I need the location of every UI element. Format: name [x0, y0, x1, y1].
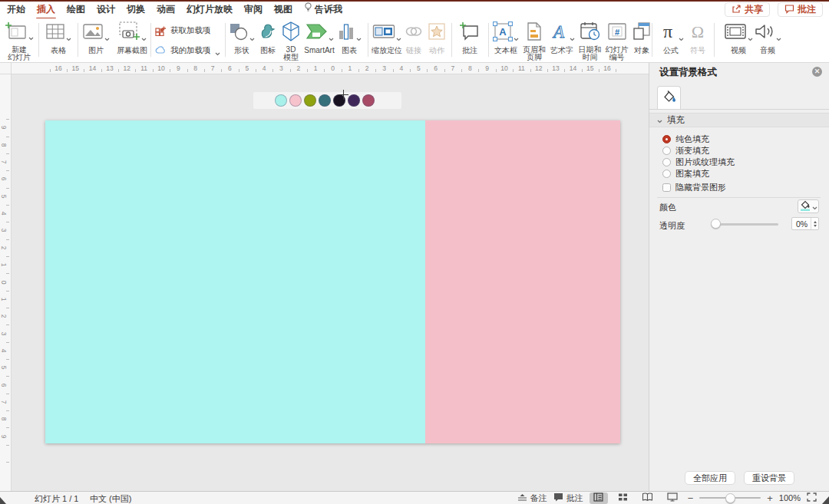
menu-tab-transition[interactable]: 切换 [126, 2, 146, 19]
menu-tab-insert[interactable]: 插入 [36, 2, 56, 19]
reset-background-button[interactable]: 重设背景 [744, 471, 794, 485]
slide-left-shape[interactable] [45, 120, 425, 443]
zoom-out-button[interactable]: − [688, 492, 694, 504]
zoom-slider-thumb[interactable] [725, 493, 735, 503]
ruler-number: 8 [0, 417, 8, 421]
ruler-number: 6 [0, 177, 8, 181]
ribbon-button-chart[interactable]: 图表 [336, 20, 362, 61]
ribbon-button-3d[interactable]: 3D模型 [279, 20, 302, 61]
share-button[interactable]: 共享 [725, 2, 770, 17]
color-swatch-3[interactable] [319, 94, 331, 107]
color-swatch-6[interactable] [362, 94, 375, 107]
comments-button[interactable]: 批注 [778, 2, 823, 17]
ribbon-button-equation[interactable]: π公式 [657, 20, 685, 61]
ribbon-button-icons[interactable]: 图标 [258, 20, 278, 61]
color-picker-button[interactable] [798, 199, 819, 213]
ruler-tick [272, 69, 273, 72]
menu-tab-slideshow[interactable]: 幻灯片放映 [186, 2, 233, 19]
transparency-slider-thumb[interactable] [711, 219, 721, 229]
ribbon-group-separator [38, 23, 39, 57]
menu-tab-animation[interactable]: 动画 [156, 2, 176, 19]
menu-tab-draw[interactable]: 绘图 [66, 2, 86, 19]
notes-button[interactable]: 备注 [517, 492, 547, 504]
ruler-number: 4 [400, 64, 404, 72]
ruler-number: 13 [106, 64, 113, 72]
ribbon-button-video[interactable]: 视频 [725, 20, 752, 61]
slide-right-shape[interactable] [425, 120, 620, 443]
color-swatch-0[interactable] [275, 94, 287, 107]
color-swatch-5[interactable] [348, 94, 360, 107]
crosshair-cursor [339, 90, 348, 100]
slide-sorter-button[interactable] [614, 492, 632, 504]
fill-option-3[interactable]: 图案填充 [662, 168, 829, 180]
transparency-value: 0% [792, 219, 811, 229]
ribbon-button-shapes[interactable]: 形状 [227, 20, 256, 61]
panel-close-button[interactable]: ✕ [812, 67, 822, 77]
ribbon-button-new-slide[interactable]: 新建幻灯片 [2, 20, 37, 61]
ruler-number: 15 [586, 64, 593, 72]
menu-tab-home[interactable]: 开始 [6, 2, 26, 19]
ribbon-button-headerfooter[interactable]: 页眉和页脚 [522, 20, 547, 61]
ruler-number: 8 [193, 64, 197, 72]
vertical-ruler: 9876543210123456789 [0, 74, 12, 491]
slideshow-button[interactable] [663, 492, 682, 504]
zoom-slider-track[interactable] [699, 497, 761, 499]
ribbon-button-smartart[interactable]: SmartArt [304, 20, 335, 61]
ribbon-button-datetime[interactable]: 日期和时间 [577, 20, 603, 61]
chevron-down-icon [679, 31, 684, 36]
fit-slide-icon[interactable] [807, 492, 817, 503]
ribbon-button-action[interactable]: 动作 [425, 20, 448, 61]
radio-button[interactable] [662, 135, 671, 143]
slide[interactable] [45, 120, 620, 443]
ruler-tick [221, 69, 222, 72]
radio-button[interactable] [662, 170, 671, 178]
ribbon-button-slidenum[interactable]: #幻灯片编号 [604, 20, 629, 61]
ribbon-button-label: 屏幕截图 [117, 47, 147, 54]
comments-label: 批注 [798, 3, 816, 16]
ribbon-button-screenshot[interactable]: 屏幕截图 [114, 20, 150, 61]
reading-view-button[interactable] [639, 492, 657, 504]
ruler-number: 4 [0, 349, 8, 353]
hide-background-checkbox-row[interactable]: 隐藏背景图形 [662, 182, 829, 193]
transparency-slider-track[interactable] [712, 223, 778, 226]
chevron-down-icon [570, 31, 575, 36]
chevron-down-icon [215, 48, 220, 54]
ribbon-button-link[interactable]: 链接 [404, 20, 424, 61]
ribbon-button-picture[interactable]: 图片 [80, 20, 112, 61]
menu-tab-tellme[interactable]: 告诉我 [303, 1, 343, 19]
ruler-tick [6, 205, 9, 206]
apply-all-button[interactable]: 全部应用 [685, 471, 735, 485]
ribbon-button-my-addins[interactable]: 我的加载项 [155, 41, 220, 60]
ribbon-button-get-addins[interactable]: 获取加载项 [155, 21, 220, 40]
checkbox[interactable] [662, 183, 671, 192]
radio-button[interactable] [662, 147, 671, 155]
menu-tab-design[interactable]: 设计 [96, 2, 116, 19]
color-swatch-2[interactable] [304, 94, 316, 107]
fill-tab[interactable] [657, 86, 681, 110]
fill-option-1[interactable]: 渐变填充 [662, 145, 829, 156]
spinner-arrows[interactable] [811, 218, 818, 229]
ruler-tick [6, 188, 9, 189]
radio-button[interactable] [662, 158, 671, 166]
normal-view-button[interactable] [590, 492, 608, 504]
menu-tab-review[interactable]: 审阅 [243, 2, 263, 19]
ribbon-button-symbol[interactable]: Ω符号 [686, 20, 709, 61]
ribbon-button-textbox[interactable]: A文本框 [491, 20, 520, 61]
ribbon-button-zoom[interactable]: 缩放定位 [372, 20, 402, 61]
menu-tab-label: 动画 [157, 4, 175, 15]
ribbon-button-comment[interactable]: 批注 [456, 20, 484, 61]
ruler-number: 2 [0, 315, 8, 318]
menu-tab-view[interactable]: 视图 [273, 2, 293, 19]
fill-option-2[interactable]: 图片或纹理填充 [662, 156, 829, 168]
transparency-spinner[interactable]: 0% [791, 217, 819, 230]
comments-toggle-button[interactable]: 批注 [553, 492, 583, 504]
ribbon-button-audio[interactable]: 音频 [754, 20, 781, 61]
ribbon-button-object[interactable]: 对象 [631, 20, 652, 61]
fill-option-0[interactable]: 纯色填充 [662, 133, 829, 145]
color-swatch-1[interactable] [289, 94, 302, 107]
ribbon-button-table[interactable]: 表格 [41, 20, 75, 61]
zoom-in-button[interactable]: + [767, 492, 773, 504]
fill-section-header[interactable]: 填充 [649, 113, 829, 127]
ribbon-button-wordart[interactable]: A艺术字 [548, 20, 576, 61]
language-indicator[interactable]: 中文 (中国) [90, 493, 131, 504]
